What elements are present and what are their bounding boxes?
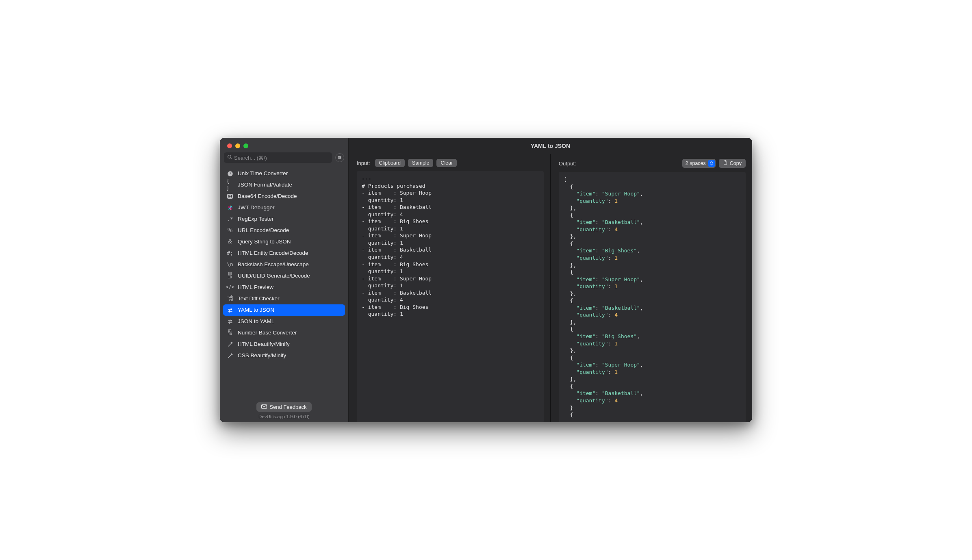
sidebar-item-regexp-tester[interactable]: .*RegExp Tester: [223, 213, 345, 225]
sidebar-item-json-to-yaml[interactable]: JSON to YAML: [223, 316, 345, 327]
sidebar-item-label: HTML Preview: [238, 284, 273, 291]
sidebar-item-html-preview[interactable]: </>HTML Preview: [223, 282, 345, 293]
indent-select-value: 2 spaces: [686, 161, 706, 166]
search-field-wrap[interactable]: [224, 152, 332, 163]
percent-icon: %: [226, 227, 234, 234]
sidebar-item-number-base-converter[interactable]: 0110Number Base Converter: [223, 327, 345, 339]
hash-icon: #;: [226, 250, 234, 257]
jwt-icon: [226, 204, 234, 211]
input-pane: Input: Clipboard Sample Clear --- # Prod…: [349, 154, 550, 422]
sidebar-item-html-beautify-minify[interactable]: HTML Beautify/Minify: [223, 339, 345, 350]
sidebar-item-label: CSS Beautify/Minify: [238, 352, 286, 359]
clock-icon: [226, 170, 234, 177]
swap-icon: [226, 318, 234, 325]
sidebar: Unix Time Converter{ }JSON Format/Valida…: [220, 138, 349, 422]
binary-icon: 0110: [226, 329, 234, 336]
tool-list[interactable]: Unix Time Converter{ }JSON Format/Valida…: [220, 166, 348, 400]
clear-button[interactable]: Clear: [436, 159, 457, 167]
wand-icon: [226, 341, 234, 348]
clipboard-icon: [723, 160, 728, 167]
sidebar-item-query-string-to-json[interactable]: &Query String to JSON: [223, 236, 345, 247]
abcd-icon: +ab-cd: [226, 295, 234, 302]
sidebar-item-label: UUID/ULID Generate/Decode: [238, 272, 310, 280]
sidebar-item-html-entity-encode-decode[interactable]: #;HTML Entity Encode/Decode: [223, 247, 345, 259]
sidebar-item-css-beautify-minify[interactable]: CSS Beautify/Minify: [223, 350, 345, 361]
chevron-updown-icon: [708, 160, 715, 167]
uuid-icon: UUID: [226, 272, 234, 280]
b64-icon: 64: [226, 193, 234, 200]
sidebar-item-label: Base64 Encode/Decode: [238, 193, 297, 200]
output-textarea[interactable]: [ { "item": "Super Hoop", "quantity": 1 …: [559, 172, 746, 422]
search-icon: [227, 154, 232, 161]
sidebar-item-label: YAML to JSON: [238, 306, 274, 314]
sidebar-item-unix-time-converter[interactable]: Unix Time Converter: [223, 168, 345, 179]
sidebar-item-label: HTML Beautify/Minify: [238, 341, 290, 348]
sidebar-item-text-diff-checker[interactable]: +ab-cdText Diff Checker: [223, 293, 345, 304]
sidebar-item-backslash-escape-unescape[interactable]: \nBackslash Escape/Unescape: [223, 259, 345, 270]
sidebar-item-label: Number Base Converter: [238, 329, 297, 336]
sidebar-item-label: Query String to JSON: [238, 238, 291, 245]
svg-point-7: [339, 158, 340, 159]
mail-icon: [261, 404, 267, 410]
input-textarea[interactable]: --- # Products purchased - item : Super …: [357, 171, 544, 422]
sidebar-item-label: HTML Entity Encode/Decode: [238, 250, 308, 257]
app-window: Unix Time Converter{ }JSON Format/Valida…: [220, 138, 752, 422]
sidebar-item-jwt-debugger[interactable]: JWT Debugger: [223, 202, 345, 213]
zoom-window-button[interactable]: [243, 143, 248, 148]
svg-line-1: [230, 158, 232, 159]
sidebar-item-json-format-validate[interactable]: { }JSON Format/Validate: [223, 179, 345, 191]
titlebar: [220, 138, 348, 151]
minimize-window-button[interactable]: [235, 143, 240, 148]
sidebar-item-label: JSON Format/Validate: [238, 181, 292, 189]
wand-icon: [226, 352, 234, 359]
sidebar-item-label: Backslash Escape/Unescape: [238, 261, 309, 268]
clipboard-button[interactable]: Clipboard: [375, 159, 405, 167]
main-area: YAML to JSON Input: Clipboard Sample Cle…: [349, 138, 752, 422]
sidebar-footer: Send Feedback DevUtils.app 1.9.0 (67D): [220, 400, 348, 422]
backslash-icon: \n: [226, 261, 234, 268]
swap-icon: [226, 306, 234, 314]
sidebar-item-label: Text Diff Checker: [238, 295, 280, 302]
svg-point-6: [340, 157, 341, 158]
copy-label: Copy: [730, 161, 742, 166]
version-label: DevUtils.app 1.9.0 (67D): [220, 414, 348, 419]
close-window-button[interactable]: [227, 143, 232, 148]
sample-button[interactable]: Sample: [408, 159, 433, 167]
input-label: Input:: [357, 160, 370, 166]
sidebar-item-label: JWT Debugger: [238, 204, 275, 211]
svg-point-5: [338, 156, 339, 157]
sidebar-item-label: RegExp Tester: [238, 215, 273, 223]
sidebar-item-yaml-to-json[interactable]: YAML to JSON: [223, 304, 345, 316]
svg-point-0: [228, 155, 231, 158]
braces-icon: { }: [226, 181, 234, 189]
sidebar-item-uuid-ulid-generate-decode[interactable]: UUIDUUID/ULID Generate/Decode: [223, 270, 345, 282]
indent-select[interactable]: 2 spaces: [682, 159, 716, 168]
sidebar-item-base64-encode-decode[interactable]: 64Base64 Encode/Decode: [223, 191, 345, 202]
output-pane: Output: 2 spaces Copy: [550, 154, 752, 422]
search-input[interactable]: [234, 155, 329, 161]
traffic-lights: [227, 143, 248, 148]
amp-icon: &: [226, 238, 234, 245]
tag-icon: </>: [226, 284, 234, 291]
sidebar-item-url-encode-decode[interactable]: %URL Encode/Decode: [223, 225, 345, 236]
output-label: Output:: [559, 161, 576, 167]
sidebar-item-label: Unix Time Converter: [238, 170, 288, 177]
copy-button[interactable]: Copy: [719, 159, 746, 168]
settings-button[interactable]: [335, 153, 344, 162]
sidebar-item-label: JSON to YAML: [238, 318, 274, 325]
send-feedback-label: Send Feedback: [269, 404, 306, 410]
sidebar-item-label: URL Encode/Decode: [238, 227, 289, 234]
send-feedback-button[interactable]: Send Feedback: [256, 402, 311, 412]
regex-icon: .*: [226, 215, 234, 223]
